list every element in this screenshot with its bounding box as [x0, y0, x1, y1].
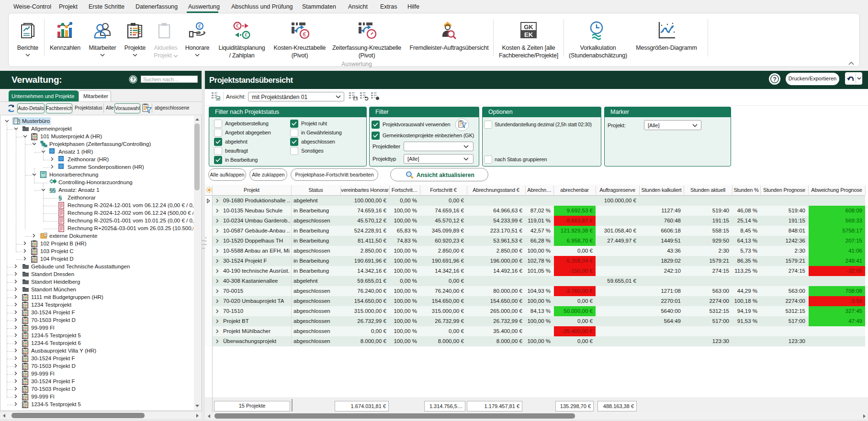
svg-text:€: € [245, 32, 248, 38]
svg-text:€: € [303, 31, 306, 38]
svg-text:€: € [198, 23, 201, 29]
svg-text:€: € [236, 23, 239, 29]
svg-text:?: ? [773, 76, 777, 83]
svg-text:?: ? [132, 77, 135, 82]
svg-text:GK: GK [524, 23, 533, 31]
svg-text:EK: EK [524, 31, 533, 38]
